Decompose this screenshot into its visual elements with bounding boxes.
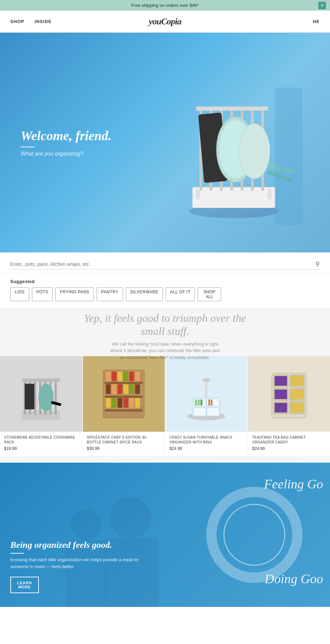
svg-rect-61 (198, 399, 200, 406)
svg-rect-45 (123, 384, 128, 394)
svg-rect-38 (118, 372, 122, 381)
search-section: ⚲ (0, 252, 330, 273)
tag-frying-pans[interactable]: FRYING PANS (55, 287, 94, 301)
svg-rect-29 (25, 384, 34, 409)
product-name-3: CRAZY SUSAN TURNTABLE SNACK ORGANIZER WI… (169, 435, 243, 445)
announcement-text: Free shipping on orders over $40* (131, 3, 199, 8)
products-overlay-text: Yep, it feels good to triumph over thesm… (0, 312, 330, 361)
nav-right-link[interactable]: HE (313, 19, 320, 24)
product-info-1: STOREMORE ADJUSTABLE COOKWARE RACK $19.9… (0, 432, 82, 456)
tags-row: LIDS POTS FRYING PANS PANTRY SILVERWARE … (10, 287, 320, 301)
product-info-4: TEASTAND TEA BAG CABINET ORGANIZER CADDY… (248, 432, 330, 456)
svg-rect-49 (112, 398, 117, 408)
svg-rect-40 (129, 372, 134, 381)
product-name-1: STOREMORE ADJUSTABLE COOKWARE RACK (4, 435, 78, 445)
hero-text: Welcome, friend. What are you organizing… (0, 128, 111, 157)
overlay-heading: Yep, it feels good to triumph over thesm… (0, 312, 330, 338)
svg-rect-77 (291, 389, 303, 399)
product-image-4 (248, 356, 330, 432)
svg-rect-58 (194, 408, 206, 416)
cta-divider (10, 553, 24, 554)
product-image-3 (165, 356, 248, 432)
svg-rect-64 (211, 399, 212, 406)
svg-rect-27 (55, 380, 57, 415)
hero-subtitle: What are you organizing? (21, 151, 111, 157)
hero-divider (21, 147, 34, 147)
svg-rect-51 (123, 398, 128, 408)
hero-section: Welcome, friend. What are you organizing… (0, 33, 330, 252)
svg-rect-75 (291, 376, 303, 386)
search-icon[interactable]: ⚲ (316, 261, 320, 267)
svg-rect-42 (106, 384, 111, 394)
svg-point-66 (202, 378, 210, 382)
search-bar: ⚲ (10, 261, 320, 270)
svg-rect-18 (267, 189, 272, 199)
tag-silverware[interactable]: SILVERWARE (126, 287, 163, 301)
svg-point-30 (38, 384, 54, 411)
product-info-3: CRAZY SUSAN TURNTABLE SNACK ORGANIZER WI… (165, 432, 248, 456)
cta-content: Being organized feels good. Knowing that… (0, 540, 155, 593)
svg-rect-48 (106, 398, 111, 408)
nav-shop-link[interactable]: SHOP (10, 19, 24, 24)
product-card-1[interactable]: STOREMORE ADJUSTABLE COOKWARE RACK $19.9… (0, 356, 82, 456)
tag-pots[interactable]: POTS (32, 287, 53, 301)
products-grid: STOREMORE ADJUSTABLE COOKWARE RACK $19.9… (0, 356, 330, 456)
svg-rect-34 (105, 396, 143, 398)
suggested-label: Suggested (10, 279, 320, 284)
search-input[interactable] (10, 261, 316, 267)
product-svg-4 (267, 363, 311, 425)
svg-rect-74 (275, 376, 287, 386)
svg-rect-9 (196, 106, 268, 111)
product-name-4: TEASTAND TEA BAG CABINET ORGANIZER CADDY (252, 435, 326, 445)
svg-point-82 (70, 509, 101, 540)
tag-all-of-it[interactable]: ALL OF IT (166, 287, 195, 301)
svg-rect-79 (291, 403, 303, 413)
svg-rect-43 (112, 384, 117, 394)
tag-pantry[interactable]: PANTRY (97, 287, 123, 301)
learn-more-button[interactable]: LEARNMORE (10, 577, 39, 593)
nav-inside-link[interactable]: INSIDE (35, 19, 52, 24)
cta-body: Knowing that each little organization wi… (10, 556, 155, 570)
nav-logo[interactable]: youCopia (149, 16, 182, 27)
announcement-close-button[interactable]: × (318, 2, 326, 9)
svg-rect-60 (195, 399, 197, 406)
svg-rect-46 (129, 384, 134, 394)
product-image-1 (0, 356, 82, 432)
hero-title: Welcome, friend. (21, 128, 111, 143)
cta-section: Feeling Go Doing Goo Being organized fee… (0, 463, 330, 607)
product-info-2: SPICESTACK CHEF'S EDITION 30-BOTTLE CABI… (83, 432, 165, 456)
products-section: Yep, it feels good to triumph over thesm… (0, 308, 330, 463)
product-name-2: SPICESTACK CHEF'S EDITION 30-BOTTLE CABI… (87, 435, 161, 445)
cookware-rack-svg (172, 60, 302, 225)
svg-rect-44 (118, 384, 122, 394)
announcement-bar: Free shipping on orders over $40* × (0, 0, 330, 11)
svg-rect-39 (123, 372, 128, 381)
product-price-3: $24.99 (169, 446, 243, 451)
product-price-2: $39.99 (87, 446, 161, 451)
svg-rect-37 (112, 372, 117, 381)
product-card-2[interactable]: SPICESTACK CHEF'S EDITION 30-BOTTLE CABI… (83, 356, 165, 456)
overlay-body: We call the feeling YouCopia: when every… (110, 341, 220, 361)
product-image-2 (83, 356, 165, 432)
svg-rect-53 (135, 398, 140, 408)
svg-point-80 (110, 497, 151, 538)
tag-lids[interactable]: LIDS (10, 287, 29, 301)
svg-rect-65 (205, 380, 208, 399)
svg-rect-63 (208, 399, 210, 406)
product-card-3[interactable]: CRAZY SUSAN TURNTABLE SNACK ORGANIZER WI… (165, 356, 248, 456)
product-price-4: $24.99 (252, 446, 326, 451)
svg-point-14 (239, 124, 270, 179)
svg-rect-59 (207, 408, 219, 416)
svg-rect-52 (129, 398, 134, 408)
svg-rect-47 (135, 384, 140, 394)
svg-rect-36 (106, 372, 111, 381)
hero-image (172, 60, 302, 225)
tag-shop-all[interactable]: SHOPALL (198, 287, 221, 301)
svg-rect-19 (275, 88, 302, 225)
navbar: SHOP INSIDE youCopia HE (0, 11, 330, 33)
product-card-4[interactable]: TEASTAND TEA BAG CABINET ORGANIZER CADDY… (248, 356, 330, 456)
product-svg-3 (184, 363, 229, 425)
product-svg-1 (19, 363, 63, 425)
svg-rect-41 (135, 372, 140, 381)
product-svg-2 (100, 363, 148, 425)
